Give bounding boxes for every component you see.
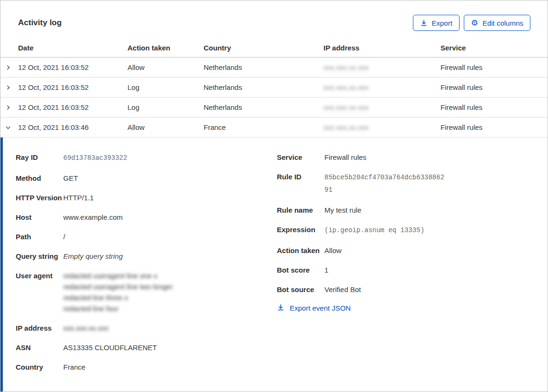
event-detail-panel: Ray ID 69d13783ac393322 Method GET HTTP … <box>0 137 548 392</box>
cell-action: Allow <box>127 63 204 71</box>
cell-service: Firewall rules <box>440 103 548 111</box>
detail-field-action-taken: Action taken Allow <box>277 245 548 256</box>
detail-field-service: Service Firewall rules <box>277 152 548 163</box>
table-row-expanded[interactable]: 12 Oct, 2021 16:03:46 Allow France xxx.x… <box>0 118 548 137</box>
cell-service: Firewall rules <box>440 83 548 91</box>
cell-date: 12 Oct, 2021 16:03:52 <box>18 103 127 111</box>
cell-country: Netherlands <box>204 103 323 111</box>
column-header-service: Service <box>440 44 548 57</box>
detail-field-asn: ASN AS13335 CLOUDFLARENET <box>16 342 277 353</box>
column-header-action: Action taken <box>127 44 204 57</box>
detail-field-user-agent: User agent redacted useragent line one x… <box>16 270 277 314</box>
table-row[interactable]: 12 Oct, 2021 16:03:52 Allow Netherlands … <box>0 58 548 78</box>
chevron-right-icon[interactable] <box>0 104 18 111</box>
page-title: Activity log <box>18 15 62 28</box>
column-header-country: Country <box>204 44 323 57</box>
cell-action: Log <box>127 83 204 91</box>
cell-ip-redacted: xxx.xxx.xx.xxx <box>323 123 440 131</box>
cell-service: Firewall rules <box>440 63 548 71</box>
detail-field-bot-score: Bot score 1 <box>277 265 548 275</box>
cell-date: 12 Oct, 2021 16:03:52 <box>18 83 127 91</box>
table-row[interactable]: 12 Oct, 2021 16:03:52 Log Netherlands xx… <box>0 78 548 98</box>
ip-redacted: xxx.xxx.xx.xxx <box>63 323 108 333</box>
detail-field-host: Host www.example.com <box>16 212 277 223</box>
detail-field-query-string: Query string Empty query string <box>16 251 277 262</box>
detail-field-path: Path / <box>16 231 277 242</box>
column-header-date: Date <box>18 44 127 57</box>
export-button-label: Export <box>432 19 452 27</box>
user-agent-redacted: redacted useragent line one x redacted u… <box>63 270 173 314</box>
cell-country: France <box>204 123 323 131</box>
cell-country: Netherlands <box>204 83 323 91</box>
toolbar: Export ⚙ Edit columns <box>413 15 530 31</box>
detail-field-http-version: HTTP Version HTTP/1.1 <box>16 192 277 203</box>
header: Activity log Export ⚙ Edit columns <box>0 0 548 31</box>
chevron-right-icon[interactable] <box>0 64 18 71</box>
download-icon <box>277 304 284 313</box>
detail-field-country: Country France <box>16 362 277 372</box>
download-icon <box>420 19 428 27</box>
table-row[interactable]: 12 Oct, 2021 16:03:52 Log Netherlands xx… <box>0 98 548 118</box>
export-event-json-link[interactable]: Export event JSON <box>277 304 351 313</box>
chevron-right-icon[interactable] <box>0 84 18 91</box>
cell-action: Log <box>127 103 204 111</box>
cell-ip-redacted: xxx.xxx.xx.xxx <box>323 63 440 71</box>
table-header-row: Date Action taken Country IP address Ser… <box>0 44 548 58</box>
cell-ip-redacted: xxx.xxx.xx.xxx <box>323 103 440 111</box>
edit-columns-button-label: Edit columns <box>482 19 523 27</box>
chevron-down-icon[interactable] <box>0 124 18 131</box>
gear-icon: ⚙ <box>471 19 478 27</box>
detail-field-rule-name: Rule name My test rule <box>277 205 548 216</box>
cell-date: 12 Oct, 2021 16:03:52 <box>18 63 127 71</box>
export-button[interactable]: Export <box>413 15 460 31</box>
cell-service: Firewall rules <box>440 123 548 131</box>
detail-field-ip-address: IP address xxx.xxx.xx.xxx <box>16 323 277 333</box>
cell-ip-redacted: xxx.xxx.xx.xxx <box>323 83 440 91</box>
detail-field-ray-id: Ray ID 69d13783ac393322 <box>16 152 277 164</box>
export-event-json-label: Export event JSON <box>290 304 351 312</box>
detail-field-expression: Expression (ip.geoip.asnum eq 13335) <box>277 224 548 236</box>
column-header-ip: IP address <box>323 44 440 57</box>
event-detail-right-column: Service Firewall rules Rule ID 85bce5b20… <box>277 152 548 313</box>
detail-field-rule-id: Rule ID 85bce5b204cf4703a764dcb633886291 <box>277 171 548 196</box>
cell-country: Netherlands <box>204 63 323 71</box>
detail-field-method: Method GET <box>16 173 277 184</box>
edit-columns-button[interactable]: ⚙ Edit columns <box>464 15 530 31</box>
table-header-spacer <box>0 44 18 57</box>
activity-log-panel: Activity log Export ⚙ Edit columns Date … <box>0 0 548 392</box>
cell-action: Allow <box>127 123 204 131</box>
cell-date: 12 Oct, 2021 16:03:46 <box>18 123 127 131</box>
event-detail-left-column: Ray ID 69d13783ac393322 Method GET HTTP … <box>16 152 277 381</box>
detail-field-bot-source: Bot source Verified Bot <box>277 284 548 295</box>
